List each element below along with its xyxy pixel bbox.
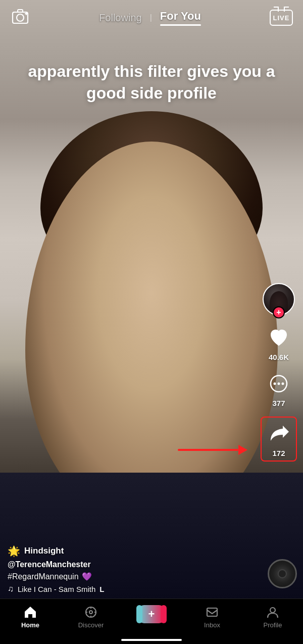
- filter-name: Hindsight: [24, 546, 64, 556]
- creator-info: 🌟 Hindsight @TerenceManchester #RegardMa…: [8, 545, 225, 593]
- comment-count: 377: [272, 399, 285, 407]
- foryou-tab[interactable]: For You: [160, 10, 201, 26]
- home-label: Home: [21, 621, 39, 629]
- like-button[interactable]: 40.6K: [266, 325, 292, 361]
- video-caption: apparently this filter gives you a good …: [0, 61, 303, 104]
- nav-home[interactable]: Home: [8, 605, 53, 629]
- svg-point-1: [17, 14, 24, 21]
- heart-emoji: 💜: [82, 572, 92, 581]
- following-tab[interactable]: Following: [99, 12, 141, 24]
- svg-point-8: [282, 383, 284, 385]
- nav-tabs: Following | For You: [99, 10, 201, 26]
- music-note-icon: ♫: [8, 584, 14, 593]
- live-button[interactable]: LIVE: [270, 10, 293, 26]
- svg-point-7: [278, 383, 280, 385]
- nav-discover[interactable]: Discover: [68, 605, 114, 629]
- comment-icon: [266, 371, 292, 397]
- right-action-panel: + 40.6K 377 172: [261, 283, 297, 462]
- profile-icon: [266, 605, 280, 619]
- home-indicator: [121, 639, 182, 641]
- top-navigation: Following | For You LIVE: [0, 0, 303, 35]
- svg-point-16: [270, 608, 275, 613]
- live-label: LIVE: [273, 14, 290, 22]
- arrow-head: [238, 445, 247, 455]
- svg-point-10: [89, 611, 92, 614]
- filter-line: 🌟 Hindsight: [8, 545, 225, 557]
- hashtag-text[interactable]: #RegardMannequin: [8, 572, 79, 581]
- svg-rect-2: [18, 10, 23, 12]
- share-button[interactable]: 172: [261, 417, 297, 462]
- nav-plus[interactable]: +: [129, 605, 174, 623]
- create-button[interactable]: +: [139, 605, 164, 623]
- comment-button[interactable]: 377: [266, 371, 292, 407]
- svg-rect-15: [207, 608, 217, 616]
- music-disc-inner: [278, 569, 287, 578]
- music-letter: L: [99, 585, 104, 593]
- music-line: ♫ Like I Can - Sam Smith L: [8, 584, 225, 593]
- share-highlight-box: 172: [261, 417, 297, 462]
- discover-label: Discover: [78, 621, 104, 629]
- inbox-label: Inbox: [204, 621, 220, 629]
- arrow-shaft: [178, 449, 238, 451]
- svg-point-6: [274, 383, 276, 385]
- creator-handle[interactable]: @TerenceManchester: [8, 560, 225, 569]
- follow-plus-badge[interactable]: +: [273, 306, 285, 318]
- hashtag-line: #RegardMannequin 💜: [8, 572, 225, 581]
- heart-icon: [266, 325, 292, 351]
- music-song: Like I Can - Sam Smith: [18, 585, 95, 593]
- home-icon: [23, 605, 37, 619]
- share-icon: [266, 421, 292, 447]
- profile-label: Profile: [264, 621, 282, 629]
- like-count: 40.6K: [269, 353, 289, 361]
- filter-emoji: 🌟: [8, 545, 20, 557]
- bottom-navigation: Home Discover + Inbox: [0, 599, 303, 644]
- nav-inbox[interactable]: Inbox: [189, 605, 235, 629]
- creator-avatar[interactable]: +: [263, 283, 295, 315]
- music-disc: [268, 559, 297, 588]
- discover-icon: [84, 605, 98, 619]
- camera-plus-icon: [12, 9, 29, 26]
- inbox-icon: [205, 605, 219, 619]
- plus-icon: +: [148, 608, 155, 621]
- add-video-button[interactable]: [10, 8, 30, 28]
- tab-divider: |: [150, 13, 152, 22]
- nav-profile[interactable]: Profile: [250, 605, 295, 629]
- share-count: 172: [272, 449, 285, 457]
- arrow-indicator: [178, 445, 247, 455]
